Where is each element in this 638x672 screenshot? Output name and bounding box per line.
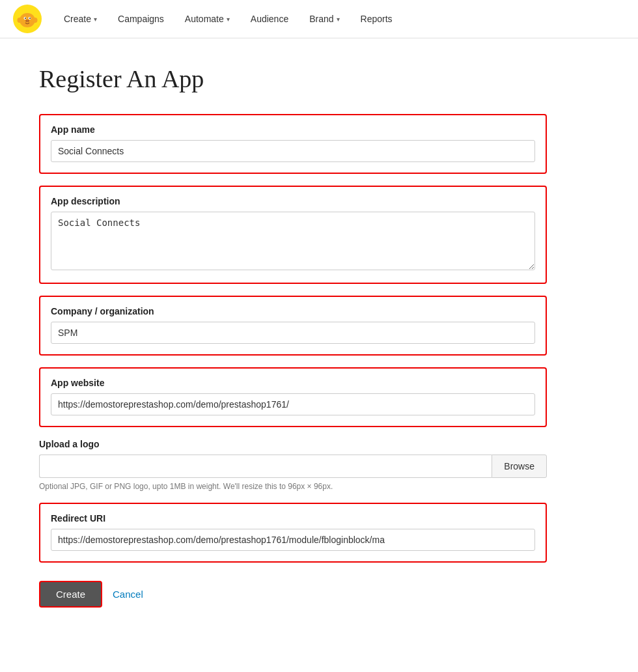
upload-hint: Optional JPG, GIF or PNG logo, upto 1MB … xyxy=(39,482,547,491)
svg-point-11 xyxy=(33,18,38,23)
mailchimp-logo[interactable] xyxy=(13,5,42,33)
nav-create[interactable]: Create ▾ xyxy=(55,8,106,29)
chevron-down-icon: ▾ xyxy=(94,16,97,23)
svg-point-6 xyxy=(29,18,31,19)
redirect-uri-label: Redirect URI xyxy=(51,513,535,524)
nav-brand[interactable]: Brand ▾ xyxy=(300,8,348,29)
chevron-down-icon: ▾ xyxy=(227,16,230,23)
company-input[interactable] xyxy=(51,322,535,344)
nav-automate[interactable]: Automate ▾ xyxy=(176,8,239,29)
app-description-group: App description Social Connects xyxy=(39,186,547,284)
upload-logo-section: Upload a logo Browse Optional JPG, GIF o… xyxy=(39,439,547,491)
company-group: Company / organization xyxy=(39,296,547,356)
browse-button[interactable]: Browse xyxy=(492,455,547,478)
main-content: Register An App App name App description… xyxy=(0,38,586,660)
app-description-input[interactable]: Social Connects xyxy=(51,212,535,270)
svg-point-10 xyxy=(18,18,22,23)
top-nav: Create ▾ Campaigns Automate ▾ Audience B… xyxy=(0,0,638,38)
nav-audience[interactable]: Audience xyxy=(242,8,298,29)
app-description-label: App description xyxy=(51,196,535,206)
svg-point-9 xyxy=(28,20,29,21)
svg-point-5 xyxy=(25,18,26,19)
svg-point-8 xyxy=(26,20,27,21)
company-label: Company / organization xyxy=(51,306,535,316)
app-name-group: App name xyxy=(39,114,547,174)
app-name-label: App name xyxy=(51,124,535,135)
app-website-input[interactable] xyxy=(51,393,535,415)
create-button[interactable]: Create xyxy=(39,581,102,608)
nav-reports[interactable]: Reports xyxy=(352,8,402,29)
nav-campaigns[interactable]: Campaigns xyxy=(109,8,173,29)
cancel-link[interactable]: Cancel xyxy=(113,589,143,600)
chevron-down-icon: ▾ xyxy=(337,16,340,23)
form-actions: Create Cancel xyxy=(39,581,547,608)
upload-file-input[interactable] xyxy=(39,455,492,478)
upload-row: Browse xyxy=(39,455,547,478)
redirect-uri-input[interactable] xyxy=(51,529,535,551)
page-title: Register An App xyxy=(39,64,547,93)
app-website-group: App website xyxy=(39,367,547,427)
app-website-label: App website xyxy=(51,378,535,388)
redirect-uri-group: Redirect URI xyxy=(39,503,547,563)
app-name-input[interactable] xyxy=(51,140,535,162)
upload-logo-label: Upload a logo xyxy=(39,439,547,449)
